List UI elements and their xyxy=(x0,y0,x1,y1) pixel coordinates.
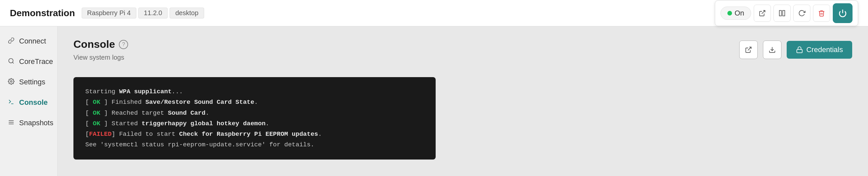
power-icon xyxy=(838,9,847,18)
header: Demonstration Raspberry Pi 4 11.2.0 desk… xyxy=(0,0,868,26)
snapshots-icon xyxy=(8,119,14,127)
terminal-line-1: Starting WPA supplicant... xyxy=(85,86,424,97)
credentials-icon xyxy=(796,46,803,53)
delete-button[interactable] xyxy=(813,5,830,22)
credentials-label: Credentials xyxy=(806,46,843,54)
content-top-row: Console ? View system logs xyxy=(73,38,852,69)
content-header-group: Console ? View system logs xyxy=(73,38,128,69)
app-title: Demonstration xyxy=(10,8,75,19)
svg-line-6 xyxy=(12,62,14,63)
sidebar-item-coretrace-label: CoreTrace xyxy=(19,57,53,66)
sidebar-item-connect-label: Connect xyxy=(19,37,46,46)
terminal-line-3: [ OK ] Reached target Sound Card. xyxy=(85,108,424,118)
svg-rect-1 xyxy=(779,10,781,16)
power-button[interactable] xyxy=(833,3,852,23)
sidebar: Connect CoreTrace Settings xyxy=(0,26,58,176)
status-dot xyxy=(727,11,732,16)
console-icon xyxy=(8,98,14,107)
status-badge: On xyxy=(720,7,751,20)
sidebar-item-settings-label: Settings xyxy=(19,78,45,86)
sidebar-item-snapshots-label: Snapshots xyxy=(19,119,53,127)
status-label: On xyxy=(735,9,744,18)
external-link-icon xyxy=(745,46,752,53)
download-icon xyxy=(769,46,776,53)
arrow-annotation xyxy=(855,0,868,24)
help-icon[interactable]: ? xyxy=(119,40,128,49)
svg-line-12 xyxy=(748,47,751,51)
columns-icon xyxy=(778,9,786,17)
open-external-icon xyxy=(759,9,766,17)
coretrace-icon xyxy=(8,58,14,66)
header-badges: Raspberry Pi 4 11.2.0 desktop xyxy=(82,7,206,19)
content-subtitle: View system logs xyxy=(73,54,128,61)
svg-point-7 xyxy=(10,81,12,82)
model-badge: Raspberry Pi 4 xyxy=(82,7,136,19)
svg-line-0 xyxy=(762,10,765,13)
open-external-button[interactable] xyxy=(754,5,771,22)
sidebar-item-console-label: Console xyxy=(19,98,48,107)
connect-icon xyxy=(8,37,14,46)
content-actions: Credentials xyxy=(739,40,852,59)
refresh-icon xyxy=(798,9,805,17)
credentials-button[interactable]: Credentials xyxy=(787,41,852,59)
sidebar-item-console[interactable]: Console xyxy=(0,93,57,112)
external-link-button[interactable] xyxy=(739,40,758,59)
terminal-line-6: See 'systemctl status rpi-eeprom-update.… xyxy=(85,139,424,150)
settings-icon xyxy=(8,78,14,86)
sidebar-item-coretrace[interactable]: CoreTrace xyxy=(0,52,57,71)
svg-rect-14 xyxy=(797,50,802,53)
terminal: Starting WPA supplicant... [ OK ] Finish… xyxy=(73,77,436,159)
sidebar-item-settings[interactable]: Settings xyxy=(0,72,57,92)
columns-button[interactable] xyxy=(774,5,790,22)
terminal-line-5: [FAILED] Failed to start Check for Raspb… xyxy=(85,129,424,139)
page-title: Console xyxy=(73,38,115,51)
content-header: Console ? xyxy=(73,38,128,51)
refresh-button[interactable] xyxy=(793,5,810,22)
content-area: Console ? View system logs xyxy=(58,26,868,176)
terminal-line-4: [ OK ] Started triggerhappy global hotke… xyxy=(85,118,424,129)
header-controls: On xyxy=(715,0,858,26)
main-layout: Connect CoreTrace Settings xyxy=(0,26,868,176)
svg-point-5 xyxy=(9,58,13,63)
svg-rect-2 xyxy=(783,10,785,16)
sidebar-item-snapshots[interactable]: Snapshots xyxy=(0,113,57,133)
delete-icon xyxy=(818,9,825,17)
version-badge: 11.2.0 xyxy=(138,7,168,19)
sidebar-item-connect[interactable]: Connect xyxy=(0,32,57,51)
type-badge: desktop xyxy=(169,7,204,19)
download-button[interactable] xyxy=(763,40,781,59)
terminal-line-2: [ OK ] Finished Save/Restore Sound Card … xyxy=(85,97,424,108)
